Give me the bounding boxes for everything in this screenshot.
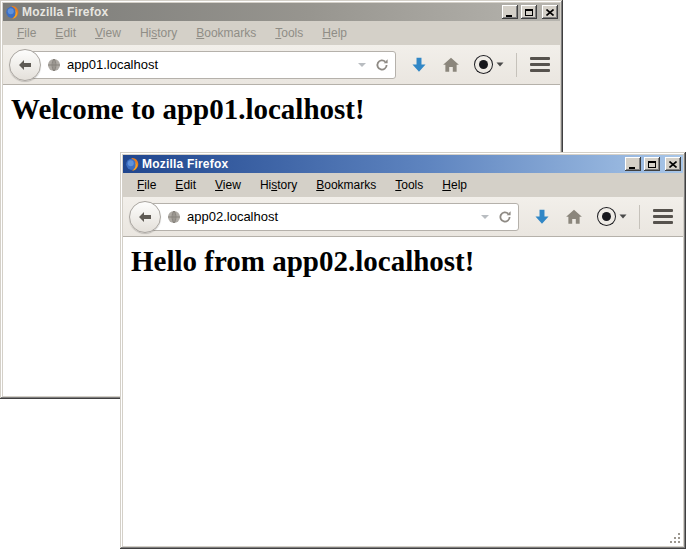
menu-item-bookmarks[interactable]: Bookmarks xyxy=(310,176,382,194)
download-button[interactable] xyxy=(410,56,428,74)
menu-item-help[interactable]: Help xyxy=(436,176,473,194)
window-app02: Mozilla Firefox File Edit View History B… xyxy=(120,152,686,549)
page-heading: Hello from app02.localhost! xyxy=(123,245,683,278)
menu-item-bookmarks[interactable]: Bookmarks xyxy=(190,24,262,42)
addon-button[interactable] xyxy=(597,207,627,226)
window-title: Mozilla Firefox xyxy=(22,3,499,21)
menu-item-edit[interactable]: Edit xyxy=(49,24,82,42)
page-heading: Welcome to app01.localhost! xyxy=(3,93,560,126)
minimize-button[interactable] xyxy=(502,5,518,19)
home-icon xyxy=(442,56,460,74)
menu-item-history[interactable]: History xyxy=(134,24,183,42)
chevron-down-icon[interactable] xyxy=(357,62,367,68)
nav-toolbar: app01.localhost xyxy=(3,45,560,85)
reload-icon[interactable] xyxy=(498,210,512,224)
menu-button[interactable] xyxy=(528,55,552,74)
menu-item-view[interactable]: View xyxy=(89,24,127,42)
url-text[interactable]: app01.localhost xyxy=(61,57,357,72)
window-title: Mozilla Firefox xyxy=(142,155,622,173)
back-icon xyxy=(137,209,153,225)
location-bar[interactable]: app01.localhost xyxy=(24,51,396,79)
home-button[interactable] xyxy=(565,208,583,226)
menu-item-file[interactable]: File xyxy=(131,176,162,194)
firefox-icon xyxy=(125,157,139,171)
minimize-icon xyxy=(506,15,512,17)
chevron-down-icon[interactable] xyxy=(480,214,490,220)
resize-grip-icon[interactable] xyxy=(669,532,682,545)
maximize-button[interactable] xyxy=(644,157,660,171)
minimize-icon xyxy=(629,167,635,169)
menu-item-tools[interactable]: Tools xyxy=(389,176,429,194)
menu-item-file[interactable]: File xyxy=(11,24,42,42)
minimize-button[interactable] xyxy=(625,157,641,171)
maximize-icon xyxy=(525,9,533,16)
menu-item-history[interactable]: History xyxy=(254,176,303,194)
close-button[interactable] xyxy=(665,157,681,171)
chevron-down-icon xyxy=(619,214,627,219)
download-icon xyxy=(533,208,551,226)
hamburger-icon xyxy=(653,209,673,212)
download-button[interactable] xyxy=(533,208,551,226)
menu-item-help[interactable]: Help xyxy=(316,24,353,42)
close-icon xyxy=(669,161,677,168)
home-icon xyxy=(565,208,583,226)
back-button[interactable] xyxy=(129,201,161,233)
close-icon xyxy=(546,9,554,16)
menu-bar: File Edit View History Bookmarks Tools H… xyxy=(3,21,560,45)
color-wheel-icon xyxy=(474,55,493,74)
menu-bar: File Edit View History Bookmarks Tools H… xyxy=(123,173,683,197)
titlebar[interactable]: Mozilla Firefox xyxy=(123,155,683,173)
back-button[interactable] xyxy=(9,49,41,81)
chevron-down-icon xyxy=(496,62,504,67)
page-content: Hello from app02.localhost! xyxy=(123,237,683,546)
firefox-icon xyxy=(5,5,19,19)
menu-item-view[interactable]: View xyxy=(209,176,247,194)
hamburger-icon xyxy=(530,57,550,60)
back-icon xyxy=(17,57,33,73)
close-button[interactable] xyxy=(542,5,558,19)
url-text[interactable]: app02.localhost xyxy=(181,209,480,224)
globe-icon xyxy=(47,58,61,72)
download-icon xyxy=(410,56,428,74)
color-wheel-icon xyxy=(597,207,616,226)
titlebar[interactable]: Mozilla Firefox xyxy=(3,3,560,21)
menu-button[interactable] xyxy=(651,207,675,226)
addon-button[interactable] xyxy=(474,55,504,74)
nav-toolbar: app02.localhost xyxy=(123,197,683,237)
location-bar[interactable]: app02.localhost xyxy=(144,203,519,231)
globe-icon xyxy=(167,210,181,224)
reload-icon[interactable] xyxy=(375,58,389,72)
toolbar-separator xyxy=(516,53,517,77)
menu-item-tools[interactable]: Tools xyxy=(269,24,309,42)
toolbar-separator xyxy=(639,205,640,229)
home-button[interactable] xyxy=(442,56,460,74)
maximize-button[interactable] xyxy=(521,5,537,19)
menu-item-edit[interactable]: Edit xyxy=(169,176,202,194)
maximize-icon xyxy=(648,161,656,168)
